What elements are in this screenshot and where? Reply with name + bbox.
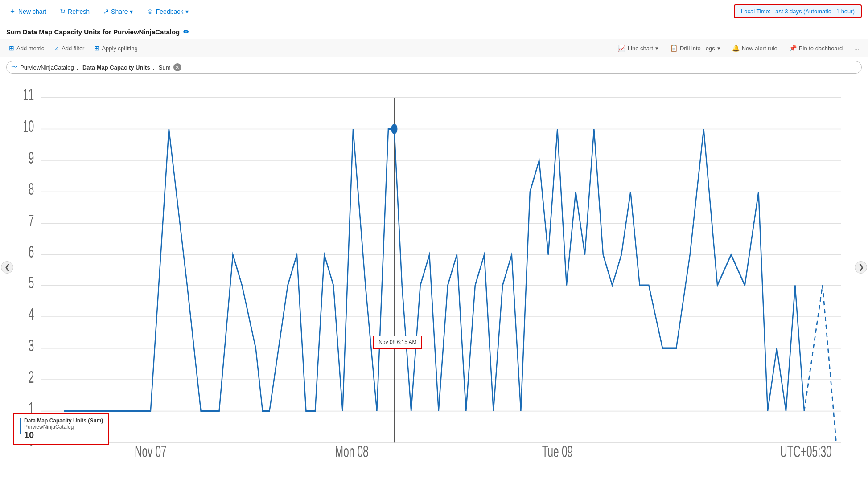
alert-icon: 🔔 [732, 45, 740, 52]
edit-title-icon[interactable]: ✏ [183, 28, 189, 36]
metric-tag-aggregation: Sum [159, 64, 171, 71]
svg-text:11: 11 [23, 86, 34, 104]
share-icon: ↗ [103, 7, 109, 16]
line-chart-chevron-icon: ▾ [655, 45, 658, 52]
add-filter-button[interactable]: ⊿ Add filter [51, 43, 87, 53]
chart-nav-right-button[interactable]: ❯ [855, 261, 867, 274]
share-button[interactable]: ↗ Share ▾ [100, 5, 136, 17]
metric-tag-resource: PurviewNinjaCatalog [20, 64, 74, 71]
more-options-button[interactable]: ... [852, 44, 862, 53]
svg-text:7: 7 [29, 212, 34, 229]
legend-item: Data Map Capacity Units (Sum) PurviewNin… [20, 417, 103, 440]
svg-text:8: 8 [29, 180, 34, 198]
top-toolbar: ＋ New chart ↻ Refresh ↗ Share ▾ ☺ Feedba… [0, 0, 868, 23]
chart-title-bar: Sum Data Map Capacity Units for PurviewN… [0, 23, 868, 39]
plus-icon: ＋ [9, 7, 16, 16]
splitting-icon: ⊞ [94, 45, 99, 52]
legend-color-bar [20, 418, 21, 434]
toolbar-left: ＋ New chart ↻ Refresh ↗ Share ▾ ☺ Feedba… [6, 5, 191, 18]
svg-text:UTC+05:30: UTC+05:30 [780, 443, 832, 457]
legend-value: 10 [24, 430, 103, 440]
svg-text:Nov 07: Nov 07 [135, 443, 166, 457]
metric-tag: 〜 PurviewNinjaCatalog, Data Map Capacity… [6, 61, 862, 74]
chart-nav-left-button[interactable]: ❮ [1, 261, 13, 274]
legend-text: Data Map Capacity Units (Sum) PurviewNin… [24, 417, 103, 440]
line-chart-icon: 📈 [618, 45, 625, 52]
metrics-toolbar: ⊞ Add metric ⊿ Add filter ⊞ Apply splitt… [0, 39, 868, 57]
metric-tag-close-button[interactable]: ✕ [173, 63, 181, 71]
line-chart-button[interactable]: 📈 Line chart ▾ [615, 43, 661, 53]
drill-chevron-icon: ▾ [717, 45, 720, 52]
drill-into-logs-button[interactable]: 📋 Drill into Logs ▾ [667, 43, 723, 53]
feedback-button[interactable]: ☺ Feedback ▾ [144, 6, 191, 17]
legend-label: Data Map Capacity Units (Sum) [24, 417, 103, 424]
svg-text:10: 10 [23, 118, 34, 135]
add-metric-button[interactable]: ⊞ Add metric [6, 43, 47, 53]
pin-to-dashboard-button[interactable]: 📌 Pin to dashboard [786, 43, 845, 53]
legend-box: Data Map Capacity Units (Sum) PurviewNin… [13, 413, 109, 445]
pin-icon: 📌 [789, 45, 797, 52]
new-chart-button[interactable]: ＋ New chart [6, 5, 49, 18]
apply-splitting-button[interactable]: ⊞ Apply splitting [91, 43, 140, 53]
time-selector[interactable]: Local Time: Last 3 days (Automatic - 1 h… [734, 4, 862, 18]
svg-text:Tue 09: Tue 09 [542, 443, 573, 457]
feedback-icon: ☺ [146, 8, 153, 16]
refresh-button[interactable]: ↻ Refresh [57, 5, 92, 17]
feedback-chevron-icon: ▾ [185, 8, 189, 15]
svg-text:3: 3 [29, 337, 34, 355]
share-chevron-icon: ▾ [130, 8, 133, 15]
add-metric-icon: ⊞ [9, 45, 14, 52]
svg-text:9: 9 [29, 149, 34, 167]
legend-sub: PurviewNinjaCatalog [24, 424, 103, 430]
refresh-icon: ↻ [60, 7, 66, 16]
svg-text:5: 5 [29, 274, 34, 292]
chart-title: Sum Data Map Capacity Units for PurviewN… [6, 28, 180, 36]
more-icon: ... [854, 45, 859, 52]
svg-text:4: 4 [29, 305, 34, 323]
metrics-right: 📈 Line chart ▾ 📋 Drill into Logs ▾ 🔔 New… [615, 43, 862, 53]
svg-text:2: 2 [29, 368, 34, 386]
drill-icon: 📋 [670, 45, 678, 52]
metrics-left: ⊞ Add metric ⊿ Add filter ⊞ Apply splitt… [6, 43, 140, 53]
tooltip-box: Nov 08 6:15 AM [373, 336, 422, 349]
chart-container: ❮ ❯ .grid-line { stroke: #e0e0e0; stroke… [0, 77, 868, 457]
chart-svg: .grid-line { stroke: #e0e0e0; stroke-wid… [9, 77, 859, 457]
metric-tag-metric: Data Map Capacity Units [82, 64, 150, 71]
metric-tag-icon: 〜 [11, 63, 17, 71]
new-alert-rule-button[interactable]: 🔔 New alert rule [729, 43, 780, 53]
svg-text:Mon 08: Mon 08 [335, 443, 368, 457]
filter-icon: ⊿ [54, 45, 59, 52]
svg-text:6: 6 [29, 243, 34, 261]
